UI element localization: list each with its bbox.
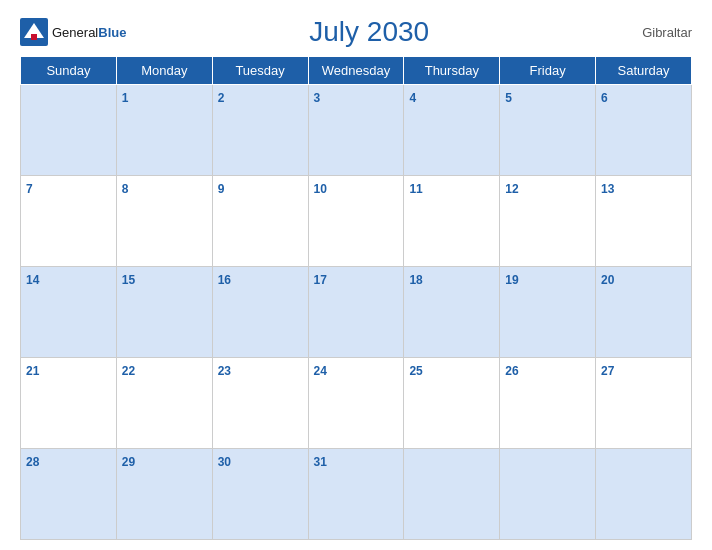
logo-general-text: GeneralBlue	[52, 23, 126, 41]
col-tuesday: Tuesday	[212, 57, 308, 85]
calendar-cell: 6	[596, 85, 692, 176]
calendar-cell: 19	[500, 267, 596, 358]
day-number: 16	[218, 273, 231, 287]
calendar-cell: 27	[596, 358, 692, 449]
col-friday: Friday	[500, 57, 596, 85]
logo-icon	[20, 18, 48, 46]
calendar-cell: 28	[21, 449, 117, 540]
calendar-cell	[404, 449, 500, 540]
day-number: 3	[314, 91, 321, 105]
calendar-cell: 30	[212, 449, 308, 540]
calendar-cell: 18	[404, 267, 500, 358]
calendar-cell: 15	[116, 267, 212, 358]
calendar-cell: 11	[404, 176, 500, 267]
day-number: 30	[218, 455, 231, 469]
day-number: 4	[409, 91, 416, 105]
day-number: 12	[505, 182, 518, 196]
day-number: 14	[26, 273, 39, 287]
calendar-cell: 21	[21, 358, 117, 449]
calendar-table: Sunday Monday Tuesday Wednesday Thursday…	[20, 56, 692, 540]
day-number: 19	[505, 273, 518, 287]
calendar-week-5: 28293031	[21, 449, 692, 540]
day-number: 31	[314, 455, 327, 469]
days-header-row: Sunday Monday Tuesday Wednesday Thursday…	[21, 57, 692, 85]
calendar-cell: 10	[308, 176, 404, 267]
calendar-cell	[596, 449, 692, 540]
day-number: 22	[122, 364, 135, 378]
col-sunday: Sunday	[21, 57, 117, 85]
calendar-cell: 8	[116, 176, 212, 267]
col-saturday: Saturday	[596, 57, 692, 85]
calendar-cell: 12	[500, 176, 596, 267]
calendar-cell: 24	[308, 358, 404, 449]
calendar-cell: 1	[116, 85, 212, 176]
day-number: 26	[505, 364, 518, 378]
calendar-cell: 29	[116, 449, 212, 540]
calendar-cell: 26	[500, 358, 596, 449]
day-number: 2	[218, 91, 225, 105]
day-number: 28	[26, 455, 39, 469]
svg-rect-2	[31, 34, 37, 40]
day-number: 29	[122, 455, 135, 469]
calendar-cell: 20	[596, 267, 692, 358]
day-number: 8	[122, 182, 129, 196]
day-number: 25	[409, 364, 422, 378]
calendar-cell	[21, 85, 117, 176]
day-number: 20	[601, 273, 614, 287]
col-monday: Monday	[116, 57, 212, 85]
calendar-week-1: 123456	[21, 85, 692, 176]
calendar-cell: 13	[596, 176, 692, 267]
col-wednesday: Wednesday	[308, 57, 404, 85]
calendar-cell: 3	[308, 85, 404, 176]
day-number: 6	[601, 91, 608, 105]
col-thursday: Thursday	[404, 57, 500, 85]
day-number: 10	[314, 182, 327, 196]
day-number: 24	[314, 364, 327, 378]
calendar-cell: 17	[308, 267, 404, 358]
calendar-cell: 31	[308, 449, 404, 540]
calendar-cell: 14	[21, 267, 117, 358]
day-number: 18	[409, 273, 422, 287]
day-number: 15	[122, 273, 135, 287]
location-label: Gibraltar	[612, 25, 692, 40]
calendar-cell: 5	[500, 85, 596, 176]
calendar-cell: 23	[212, 358, 308, 449]
calendar-cell: 7	[21, 176, 117, 267]
calendar-cell: 9	[212, 176, 308, 267]
header: GeneralBlue July 2030 Gibraltar	[20, 10, 692, 50]
day-number: 1	[122, 91, 129, 105]
calendar-week-3: 14151617181920	[21, 267, 692, 358]
calendar-cell: 2	[212, 85, 308, 176]
calendar-week-2: 78910111213	[21, 176, 692, 267]
calendar-title: July 2030	[126, 16, 612, 48]
day-number: 5	[505, 91, 512, 105]
calendar-body: 1234567891011121314151617181920212223242…	[21, 85, 692, 540]
day-number: 27	[601, 364, 614, 378]
calendar-week-4: 21222324252627	[21, 358, 692, 449]
day-number: 17	[314, 273, 327, 287]
logo: GeneralBlue	[20, 18, 126, 46]
day-number: 23	[218, 364, 231, 378]
day-number: 13	[601, 182, 614, 196]
calendar-cell: 4	[404, 85, 500, 176]
calendar-cell: 25	[404, 358, 500, 449]
day-number: 9	[218, 182, 225, 196]
calendar-cell: 16	[212, 267, 308, 358]
day-number: 7	[26, 182, 33, 196]
day-number: 21	[26, 364, 39, 378]
calendar-cell	[500, 449, 596, 540]
calendar-cell: 22	[116, 358, 212, 449]
day-number: 11	[409, 182, 422, 196]
